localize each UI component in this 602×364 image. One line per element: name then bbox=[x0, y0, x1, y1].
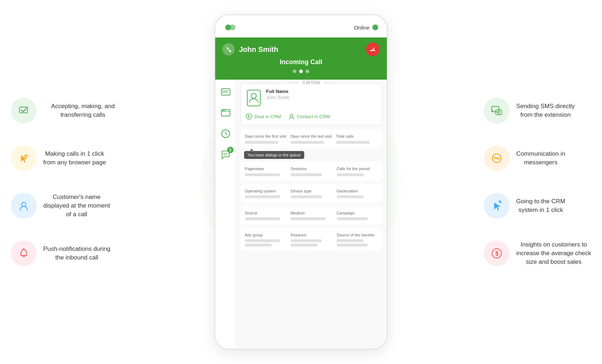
accepting-calls-icon-circle bbox=[11, 98, 37, 124]
campaign-cell: Campaign bbox=[337, 210, 378, 220]
call-data-label: Call Data bbox=[300, 80, 323, 85]
first-visit-label: Days since the first visit bbox=[245, 134, 287, 139]
call-banner-top: John Smith bbox=[222, 43, 380, 56]
sessions-bar bbox=[291, 173, 322, 176]
stats-row: Days since the first visit Days since th… bbox=[240, 129, 382, 148]
page-wrapper: Accepting, making, and transferring call… bbox=[0, 0, 602, 364]
sidebar-id-icon[interactable] bbox=[219, 85, 232, 98]
os-bar bbox=[245, 195, 280, 198]
sidebar-browser-icon[interactable] bbox=[219, 106, 232, 119]
svg-point-2 bbox=[22, 202, 26, 207]
messengers-icon-circle bbox=[484, 145, 510, 171]
geolocation-bar bbox=[337, 195, 364, 198]
push-notifications-icon-circle bbox=[11, 240, 37, 266]
svg-point-10 bbox=[223, 110, 225, 111]
crm-links: $ Deal in CRM Contact in CRM bbox=[246, 113, 377, 120]
ads-group-bar2 bbox=[245, 244, 272, 247]
id-card-icon bbox=[221, 87, 231, 97]
source-grid: Source Medium Campaign bbox=[245, 210, 378, 220]
feature-accepting-calls: Accepting, making, and transferring call… bbox=[11, 98, 123, 124]
first-visit-bar bbox=[245, 141, 278, 144]
hangup-button[interactable] bbox=[366, 43, 380, 56]
making-calls-text: Making calls in 1 clickfrom any browser … bbox=[43, 150, 106, 167]
going-crm-icon-circle bbox=[484, 193, 510, 219]
sidebar-clock-icon[interactable] bbox=[219, 127, 232, 140]
medium-label: Medium bbox=[291, 210, 332, 216]
phone-main-content: Call Data Full Name John Smith bbox=[236, 80, 387, 349]
hangup-icon bbox=[369, 46, 376, 53]
rc-logo-icon bbox=[225, 22, 236, 33]
medium-bar bbox=[291, 217, 326, 220]
status-dot bbox=[372, 25, 378, 30]
device-type-label: Device type bbox=[291, 188, 332, 194]
svg-point-7 bbox=[223, 90, 225, 93]
call-icon-circle bbox=[222, 43, 235, 56]
source-cell: Source bbox=[245, 210, 286, 220]
contact-icon bbox=[288, 113, 295, 120]
dot-2 bbox=[299, 70, 303, 73]
pageviews-section: Pageviews Sessions Calls for the period bbox=[240, 162, 382, 180]
sidebar-chat-icon[interactable]: 3 bbox=[219, 148, 232, 161]
geolocation-cell: Geolocation bbox=[337, 188, 378, 198]
svg-point-3 bbox=[23, 248, 25, 250]
ads-group-bar bbox=[245, 239, 280, 242]
svg-point-16 bbox=[290, 114, 293, 117]
caller-info: John Smith bbox=[222, 43, 278, 56]
campaign-label: Campaign bbox=[337, 210, 378, 216]
cursor-click-icon bbox=[491, 200, 503, 212]
feature-going-crm: Going to the CRMsystem in 1 click bbox=[484, 193, 591, 219]
last-visit-label: Days since the last visit bbox=[291, 134, 333, 139]
device-type-bar bbox=[291, 195, 322, 198]
feature-push-notifications: Push-notifications duringthe inbound cal… bbox=[11, 240, 123, 266]
contact-in-crm-link[interactable]: Contact in CRM bbox=[288, 113, 330, 120]
deal-in-crm-label: Deal in CRM bbox=[254, 114, 281, 119]
call-data-id-icon bbox=[246, 89, 262, 107]
source-transfer-label: Source of the transfer bbox=[337, 232, 378, 238]
svg-text:$: $ bbox=[248, 115, 250, 119]
medium-cell: Medium bbox=[291, 210, 332, 220]
source-transfer-bar2 bbox=[337, 244, 368, 247]
svg-point-9 bbox=[222, 110, 223, 111]
phone-body: 3 Call Data bbox=[215, 80, 387, 349]
source-label: Source bbox=[245, 210, 286, 216]
incoming-call-label: Incoming Call bbox=[280, 58, 322, 66]
name-info: Full Name John Smith bbox=[266, 89, 289, 100]
geolocation-label: Geolocation bbox=[337, 188, 378, 194]
sessions-cell: Sessions bbox=[291, 166, 332, 176]
person-card-icon bbox=[246, 89, 262, 107]
full-name-row: Full Name John Smith bbox=[246, 89, 377, 107]
total-calls-bar bbox=[336, 141, 369, 144]
pageviews-bar bbox=[245, 173, 280, 176]
keyword-bar bbox=[291, 239, 322, 242]
svg-point-1 bbox=[25, 155, 27, 157]
campaign-bar bbox=[337, 217, 368, 220]
feature-messengers: Communication inmessengers bbox=[484, 145, 591, 171]
call-data-card: Call Data Full Name John Smith bbox=[240, 83, 382, 125]
source-bar bbox=[245, 217, 280, 220]
total-calls-label: Total calls bbox=[336, 134, 378, 139]
pageviews-cell: Pageviews bbox=[245, 166, 286, 176]
full-name-label: Full Name bbox=[266, 89, 289, 94]
accepting-calls-text: Accepting, making, and transferring call… bbox=[43, 102, 123, 119]
feature-customer-name: Customer's namedisplayed at the momentof… bbox=[11, 193, 123, 219]
phone-mockup: Online John Smith bbox=[214, 14, 388, 350]
phone-incoming-icon bbox=[225, 46, 232, 53]
browser-icon bbox=[221, 108, 231, 118]
bell-icon bbox=[18, 248, 30, 259]
feature-sending-sms: Sending SMS directlyfrom the extension bbox=[484, 98, 591, 124]
device-grid: Operating system Device type Geolocation bbox=[245, 188, 378, 198]
sms-icon bbox=[491, 105, 503, 117]
cursor-icon bbox=[18, 152, 30, 164]
stat-first-visit: Days since the first visit bbox=[245, 134, 287, 144]
pageviews-section-wrapper: You have dialogs in the queue Pageviews … bbox=[240, 150, 382, 180]
customer-name-icon-circle bbox=[11, 193, 37, 219]
calls-period-label: Calls for the period bbox=[337, 166, 378, 171]
svg-point-13 bbox=[251, 93, 256, 98]
insights-icon-circle: $ bbox=[484, 240, 510, 266]
ads-group-label: Ads group bbox=[245, 232, 286, 238]
device-section: Operating system Device type Geolocation bbox=[240, 184, 382, 203]
customer-name-text: Customer's namedisplayed at the momentof… bbox=[43, 193, 110, 218]
phone-topbar: Online bbox=[215, 15, 387, 37]
deal-in-crm-link[interactable]: $ Deal in CRM bbox=[246, 113, 281, 120]
pageviews-grid: Pageviews Sessions Calls for the period bbox=[245, 166, 378, 176]
